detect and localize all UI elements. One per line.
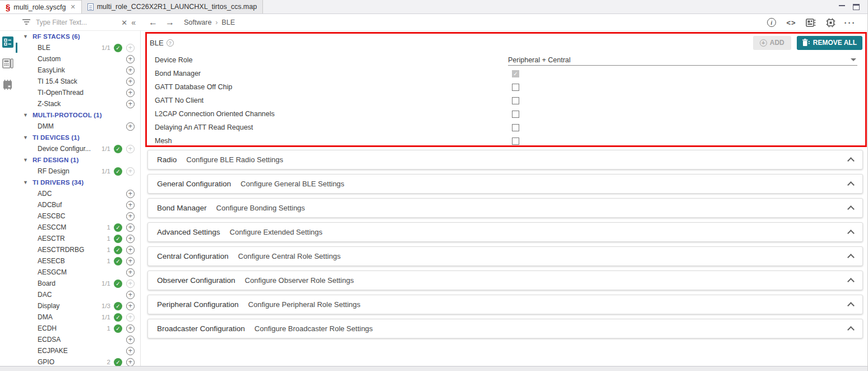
add-module-button[interactable]: + — [126, 167, 135, 176]
tree-item-row[interactable]: BLE 1/1 ✓ + — [16, 42, 140, 53]
chevron-up-icon[interactable] — [847, 230, 855, 237]
collapse-sidebar-icon[interactable]: « — [130, 18, 140, 27]
collapse-triangle-icon[interactable]: ▼ — [21, 112, 33, 118]
collapse-triangle-icon[interactable]: ▼ — [21, 135, 33, 140]
clear-filter-icon[interactable]: ✕ — [118, 19, 130, 27]
tree-item-row[interactable]: DMA 1/1 ✓ + — [16, 312, 140, 323]
chevron-up-icon[interactable] — [847, 302, 855, 309]
remove-all-button[interactable]: REMOVE ALL — [797, 36, 862, 50]
add-module-button[interactable]: + — [126, 89, 135, 97]
close-tab-icon[interactable]: ✕ — [70, 3, 75, 11]
section-header[interactable]: Central Configuration Configure Central … — [147, 246, 863, 266]
maximize-icon[interactable] — [853, 4, 860, 10]
board-view-icon[interactable] — [2, 58, 13, 69]
tree-item-row[interactable]: Custom ✓ + — [16, 53, 140, 65]
tree-item-row[interactable]: Board 1/1 ✓ + — [16, 278, 140, 289]
tree-item-row[interactable]: AESCTRDRBG 1 ✓ + — [16, 244, 140, 255]
add-button[interactable]: + ADD — [753, 36, 791, 50]
add-module-button[interactable]: + — [126, 291, 135, 299]
tree-item-row[interactable]: AESCBC ✓ + — [16, 210, 140, 222]
add-module-button[interactable]: + — [126, 268, 135, 277]
tree-category-row[interactable]: ▼ TI DEVICES (1) — [16, 132, 140, 143]
board-view-icon[interactable] — [806, 17, 816, 28]
filter-input[interactable] — [36, 19, 118, 26]
add-module-button[interactable]: + — [126, 55, 135, 63]
info-icon[interactable]: i — [767, 17, 777, 28]
add-module-button[interactable]: + — [126, 66, 135, 75]
tree-item-row[interactable]: AESCTR 1 ✓ + — [16, 233, 140, 244]
add-module-button[interactable]: + — [126, 235, 135, 243]
software-view-icon[interactable] — [2, 36, 13, 48]
chevron-up-icon[interactable] — [847, 181, 855, 189]
add-module-button[interactable]: + — [126, 246, 135, 254]
chevron-up-icon[interactable] — [847, 326, 855, 333]
add-module-button[interactable]: + — [126, 280, 135, 288]
tab-map-file[interactable]: multi_role_CC26X2R1_LAUNCHXL_tirtos_ccs.… — [82, 0, 264, 13]
back-arrow-icon[interactable]: ← — [145, 18, 161, 27]
field-checkbox[interactable] — [512, 70, 519, 77]
tree-category-row[interactable]: ▼ TI DRIVERS (34) — [16, 177, 140, 188]
chevron-up-icon[interactable] — [847, 278, 855, 285]
add-module-button[interactable]: + — [126, 77, 135, 86]
tree-category-row[interactable]: ▼ RF DESIGN (1) — [16, 154, 140, 166]
add-module-button[interactable]: + — [126, 145, 135, 153]
tree-item-row[interactable]: ECDH 1 ✓ + — [16, 323, 140, 334]
tree-item-row[interactable]: AESECB 1 ✓ + — [16, 255, 140, 267]
tree-item-row[interactable]: DMM ✓ + — [16, 121, 140, 132]
add-module-button[interactable]: + — [126, 257, 135, 265]
collapse-triangle-icon[interactable]: ▼ — [21, 157, 33, 163]
add-module-button[interactable]: + — [126, 347, 135, 355]
add-module-button[interactable]: + — [126, 302, 135, 310]
add-module-button[interactable]: + — [126, 201, 135, 209]
field-checkbox[interactable] — [512, 111, 519, 118]
add-module-button[interactable]: + — [126, 212, 135, 221]
help-icon[interactable]: ? — [167, 39, 174, 47]
add-module-button[interactable]: + — [126, 223, 135, 232]
tree-item-row[interactable]: EasyLink ✓ + — [16, 65, 140, 76]
device-view-icon[interactable] — [2, 79, 13, 90]
tree-item-row[interactable]: AESCCM 1 ✓ + — [16, 222, 140, 233]
chevron-up-icon[interactable] — [847, 157, 855, 164]
device-view-icon[interactable] — [825, 17, 835, 28]
tree-item-row[interactable]: ECJPAKE ✓ + — [16, 345, 140, 356]
tree-category-row[interactable]: ▼ MULTI-PROTOCOL (1) — [16, 109, 140, 121]
section-header[interactable]: Radio Configure BLE Radio Settings — [147, 150, 863, 170]
tree-item-row[interactable]: ADC ✓ + — [16, 188, 140, 199]
section-header[interactable]: Peripheral Configuration Configure Perip… — [147, 295, 863, 314]
tab-syscfg[interactable]: § multi_role.syscfg ✕ — [0, 0, 82, 13]
add-module-button[interactable]: + — [126, 100, 135, 108]
add-module-button[interactable]: + — [126, 313, 135, 322]
tree-item-row[interactable]: TI-OpenThread ✓ + — [16, 87, 140, 98]
tree-item-row[interactable]: TI 15.4 Stack ✓ + — [16, 76, 140, 87]
chevron-up-icon[interactable] — [847, 254, 855, 261]
code-icon[interactable]: <> — [786, 17, 796, 28]
tree-item-row[interactable]: Display 1/3 ✓ + — [16, 300, 140, 312]
add-module-button[interactable]: + — [126, 324, 135, 333]
section-header[interactable]: General Configuration Configure General … — [147, 174, 863, 194]
tree-item-row[interactable]: Z-Stack ✓ + — [16, 98, 140, 109]
horizontal-scrollbar[interactable] — [0, 366, 867, 371]
tree-item-row[interactable]: AESGCM ✓ + — [16, 267, 140, 278]
add-module-button[interactable]: + — [126, 336, 135, 344]
tree-item-row[interactable]: DAC ✓ + — [16, 289, 140, 300]
field-checkbox[interactable] — [512, 97, 519, 104]
more-icon[interactable]: ··· — [845, 17, 855, 28]
device-role-select[interactable]: Peripheral + Central — [508, 54, 857, 66]
chevron-up-icon[interactable] — [847, 205, 855, 213]
section-header[interactable]: Observer Configuration Configure Observe… — [147, 271, 863, 290]
tree-item-row[interactable]: GPIO 2 ✓ + — [16, 356, 140, 366]
field-checkbox[interactable] — [512, 124, 519, 131]
forward-arrow-icon[interactable]: → — [161, 18, 178, 27]
breadcrumb-software[interactable]: Software — [184, 19, 211, 26]
add-module-button[interactable]: + — [126, 122, 135, 131]
section-header[interactable]: Advanced Settings Configure Extended Set… — [147, 222, 863, 242]
minimize-icon[interactable] — [839, 4, 845, 6]
add-module-button[interactable]: + — [126, 190, 135, 198]
field-checkbox[interactable] — [512, 138, 519, 145]
add-module-button[interactable]: + — [126, 358, 135, 367]
tree-item-row[interactable]: RF Design 1/1 ✓ + — [16, 166, 140, 177]
field-checkbox[interactable] — [512, 84, 519, 91]
add-module-button[interactable]: + — [126, 44, 135, 52]
collapse-triangle-icon[interactable]: ▼ — [21, 180, 33, 185]
tree-item-row[interactable]: ECDSA ✓ + — [16, 334, 140, 345]
